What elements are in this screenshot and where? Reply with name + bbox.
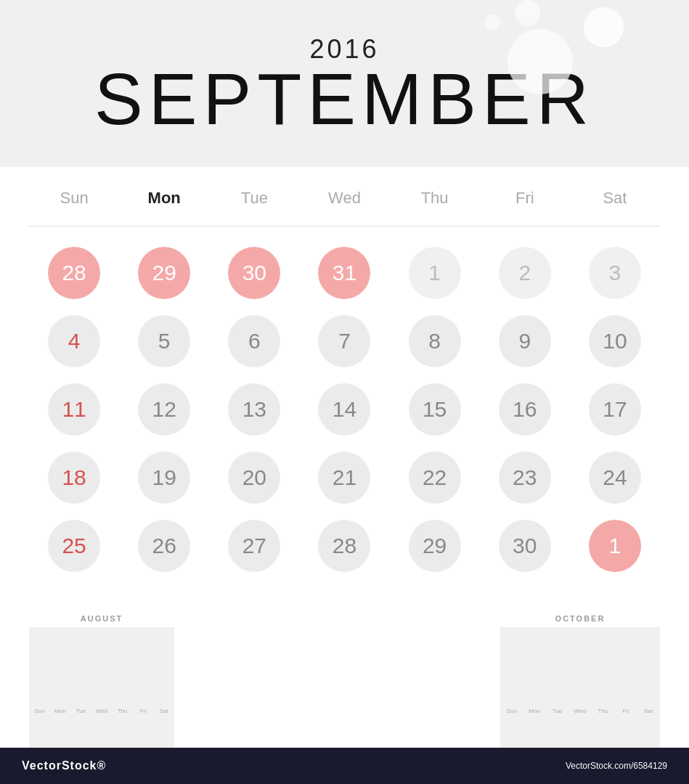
day-cell[interactable]: 9: [480, 309, 570, 373]
day-header-mon: Mon: [119, 181, 209, 215]
day-circle: 16: [499, 383, 551, 436]
day-headers-row: Sun Mon Tue Wed Thu Fri Sat: [29, 181, 660, 226]
day-cell[interactable]: 21: [299, 446, 389, 510]
day-cell[interactable]: 28: [299, 514, 389, 578]
day-cell[interactable]: 10: [570, 309, 660, 373]
day-cell[interactable]: 3: [570, 241, 660, 305]
day-circle: 23: [499, 452, 551, 504]
day-circle: 1: [589, 520, 641, 572]
day-circle: 6: [228, 315, 280, 367]
day-cell[interactable]: 30: [209, 241, 299, 305]
day-circle: 14: [318, 383, 370, 436]
day-cell[interactable]: 26: [119, 514, 209, 578]
footer-logo: VectorStock®: [22, 759, 106, 772]
day-circle: 7: [318, 315, 370, 367]
day-cell[interactable]: 6: [209, 309, 299, 373]
calendar-main: Sun Mon Tue Wed Thu Fri Sat 282930311234…: [0, 167, 689, 592]
day-cell[interactable]: 15: [390, 377, 480, 441]
day-circle: 22: [409, 452, 461, 504]
day-circle: 29: [138, 247, 190, 299]
day-cell[interactable]: 27: [209, 514, 299, 578]
day-cell[interactable]: 12: [119, 377, 209, 441]
day-cell[interactable]: 2: [480, 241, 570, 305]
footer-url: VectorStock.com/6584129: [566, 761, 667, 771]
day-cell[interactable]: 17: [570, 377, 660, 441]
day-circle: 24: [589, 452, 641, 504]
day-cell[interactable]: 5: [119, 309, 209, 373]
day-cell[interactable]: 24: [570, 446, 660, 510]
day-circle: 20: [228, 452, 280, 504]
day-header-thu: Thu: [390, 181, 480, 215]
day-circle: 30: [499, 520, 551, 572]
day-circle: 3: [589, 247, 641, 299]
calendar-header: 2016 SEPTEMBER: [0, 0, 689, 167]
day-cell[interactable]: 13: [209, 377, 299, 441]
day-cell[interactable]: 18: [29, 446, 119, 510]
day-circle: 18: [48, 452, 100, 504]
day-cell[interactable]: 29: [390, 514, 480, 578]
day-circle: 2: [499, 247, 551, 299]
day-circle: 26: [138, 520, 190, 572]
day-circle: 19: [138, 452, 190, 504]
day-cell[interactable]: 16: [480, 377, 570, 441]
day-cell[interactable]: 23: [480, 446, 570, 510]
day-cell[interactable]: 22: [390, 446, 480, 510]
day-circle: 5: [138, 315, 190, 367]
day-circle: 12: [138, 383, 190, 436]
day-cell[interactable]: 11: [29, 377, 119, 441]
day-circle: 27: [228, 520, 280, 572]
day-circle: 28: [318, 520, 370, 572]
day-circle: 28: [48, 247, 100, 299]
day-cell[interactable]: 19: [119, 446, 209, 510]
day-cell[interactable]: 7: [299, 309, 389, 373]
day-circle: 13: [228, 383, 280, 436]
calendar-grid: 2829303112345678910111213141516171819202…: [29, 234, 660, 585]
day-circle: 9: [499, 315, 551, 367]
day-circle: 8: [409, 315, 461, 367]
day-cell[interactable]: 31: [299, 241, 389, 305]
day-circle: 4: [48, 315, 100, 367]
day-header-wed: Wed: [299, 181, 389, 215]
day-header-sun: Sun: [29, 181, 119, 215]
day-cell[interactable]: 14: [299, 377, 389, 441]
day-cell[interactable]: 28: [29, 241, 119, 305]
day-circle: 29: [409, 520, 461, 572]
day-circle: 25: [48, 520, 100, 572]
day-header-sat: Sat: [570, 181, 660, 215]
day-header-tue: Tue: [209, 181, 299, 215]
day-cell[interactable]: 1: [390, 241, 480, 305]
day-cell[interactable]: 8: [390, 309, 480, 373]
day-circle: 10: [589, 315, 641, 367]
day-cell[interactable]: 30: [480, 514, 570, 578]
day-circle: 21: [318, 452, 370, 504]
day-circle: 30: [228, 247, 280, 299]
day-cell[interactable]: 25: [29, 514, 119, 578]
day-header-fri: Fri: [480, 181, 570, 215]
footer: VectorStock® VectorStock.com/6584129: [0, 748, 689, 784]
day-circle: 17: [589, 383, 641, 436]
day-cell[interactable]: 29: [119, 241, 209, 305]
day-cell[interactable]: 4: [29, 309, 119, 373]
day-cell[interactable]: 1: [570, 514, 660, 578]
day-circle: 15: [409, 383, 461, 436]
day-circle: 1: [409, 247, 461, 299]
day-circle: 31: [318, 247, 370, 299]
day-cell[interactable]: 20: [209, 446, 299, 510]
day-circle: 11: [48, 383, 100, 436]
